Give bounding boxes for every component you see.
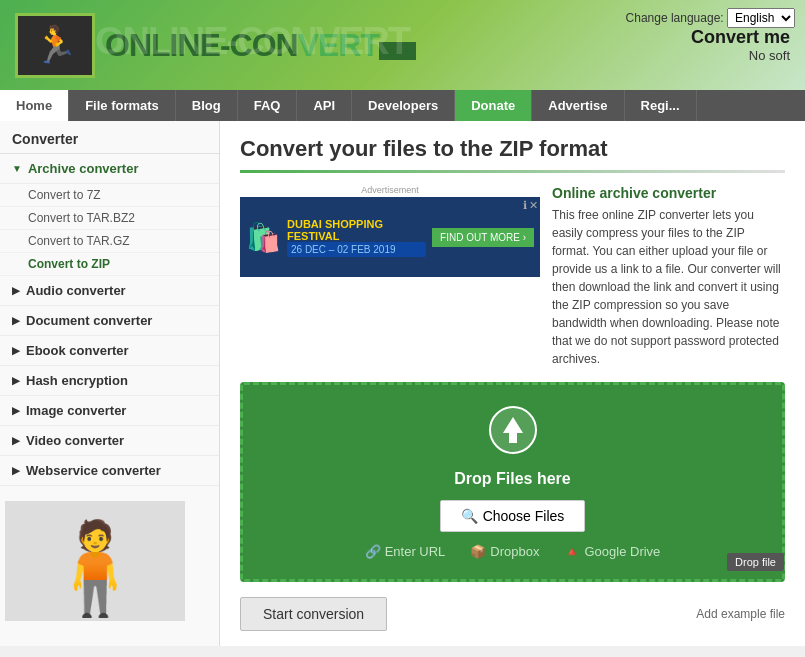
sidebar: Converter ▼ Archive converter Convert to… <box>0 121 220 646</box>
header-nosoft-text: No soft <box>691 48 790 63</box>
nav-donate[interactable]: Donate <box>455 90 532 121</box>
enter-url-link[interactable]: 🔗 Enter URL <box>365 544 446 559</box>
nav-api[interactable]: API <box>297 90 352 121</box>
nav-blog[interactable]: Blog <box>176 90 238 121</box>
choose-files-button[interactable]: 🔍 Choose Files <box>440 500 586 532</box>
bottom-actions: Start conversion Add example file <box>240 597 785 631</box>
sidebar-item-webservice-converter[interactable]: ▶ Webservice converter <box>0 456 219 486</box>
sidebar-image-label: Image converter <box>26 403 126 418</box>
logo-text-area: ONLINE-CONVERT.com <box>105 27 416 64</box>
arrow-right-icon-audio: ▶ <box>12 285 20 296</box>
ad-text-block: DUBAI SHOPPING FESTIVAL 26 DEC – 02 FEB … <box>287 218 426 257</box>
logo-area: 🏃 ONLINE-CONVERT.com <box>15 13 416 78</box>
ad-label: Advertisement <box>240 185 540 195</box>
sidebar-item-document-converter[interactable]: ▶ Document converter <box>0 306 219 336</box>
change-language-label: Change language: <box>626 11 724 25</box>
sidebar-ebook-label: Ebook converter <box>26 343 129 358</box>
nav-developers[interactable]: Developers <box>352 90 455 121</box>
logo-dotcom: .com <box>379 42 416 60</box>
search-icon: 🔍 <box>461 508 478 524</box>
title-underline <box>240 170 785 173</box>
main-layout: Converter ▼ Archive converter Convert to… <box>0 121 805 646</box>
sidebar-sub-tarbz2[interactable]: Convert to TAR.BZ2 <box>0 207 219 230</box>
svg-rect-2 <box>509 433 517 443</box>
upload-icon <box>263 405 762 464</box>
drop-file-tooltip: Drop file <box>727 553 784 571</box>
sidebar-item-video-converter[interactable]: ▶ Video converter <box>0 426 219 456</box>
nav-register[interactable]: Regi... <box>625 90 697 121</box>
sidebar-bottom-image-area: 🧍 <box>0 496 219 626</box>
logo-title: ONLINE-CONVERT.com <box>105 27 416 63</box>
nav-faq[interactable]: FAQ <box>238 90 298 121</box>
logo-text-part1: ONLINE-CON <box>105 27 298 63</box>
arrow-down-icon: ▼ <box>12 163 22 174</box>
logo-box: 🏃 <box>15 13 95 78</box>
ad-close-area: ℹ ✕ <box>523 199 538 212</box>
dropbox-link[interactable]: 📦 Dropbox <box>470 544 539 559</box>
page-title: Convert your files to the ZIP format <box>240 136 785 162</box>
drop-links: 🔗 Enter URL 📦 Dropbox 🔺 Google Drive <box>263 544 762 559</box>
choose-files-label: Choose Files <box>483 508 565 524</box>
sidebar-audio-label: Audio converter <box>26 283 126 298</box>
language-selector-area: Change language: English <box>626 8 795 28</box>
header-right: Convert me No soft <box>691 27 790 63</box>
sidebar-item-ebook-converter[interactable]: ▶ Ebook converter <box>0 336 219 366</box>
ad-banner-inner: 🛍️ DUBAI SHOPPING FESTIVAL 26 DEC – 02 F… <box>246 218 534 257</box>
dropbox-icon: 📦 <box>470 544 486 559</box>
link-icon: 🔗 <box>365 544 381 559</box>
logo-text-part2: VERT <box>298 27 379 63</box>
arrow-right-icon-hash: ▶ <box>12 375 20 386</box>
google-drive-label: Google Drive <box>584 544 660 559</box>
ad-brand-text: DUBAI SHOPPING FESTIVAL <box>287 218 426 242</box>
start-conversion-button[interactable]: Start conversion <box>240 597 387 631</box>
arrow-right-icon-ebook: ▶ <box>12 345 20 356</box>
header-convert-text: Convert me <box>691 27 790 48</box>
archive-desc-text: This free online ZIP converter lets you … <box>552 206 785 368</box>
sidebar-archive-label: Archive converter <box>28 161 139 176</box>
sidebar-promo-image: 🧍 <box>5 501 185 621</box>
archive-desc-title: Online archive converter <box>552 185 785 201</box>
sidebar-document-label: Document converter <box>26 313 152 328</box>
archive-description: Online archive converter This free onlin… <box>552 185 785 368</box>
main-nav: Home File formats Blog FAQ API Developer… <box>0 90 805 121</box>
sidebar-title: Converter <box>0 121 219 154</box>
sidebar-item-archive-converter[interactable]: ▼ Archive converter <box>0 154 219 184</box>
ad-container: Advertisement 🛍️ DUBAI SHOPPING FESTIVAL… <box>240 185 540 368</box>
add-example-link[interactable]: Add example file <box>696 607 785 621</box>
ad-cta-button[interactable]: FIND OUT MORE › <box>432 228 534 247</box>
header: Change language: English ONLINE-CONVERT … <box>0 0 805 90</box>
arrow-right-icon-doc: ▶ <box>12 315 20 326</box>
nav-advertise[interactable]: Advertise <box>532 90 624 121</box>
sidebar-person-icon: 🧍 <box>39 516 151 621</box>
nav-home[interactable]: Home <box>0 90 69 121</box>
sidebar-hash-label: Hash encryption <box>26 373 128 388</box>
ad-info-button[interactable]: ℹ <box>523 199 527 212</box>
sidebar-video-label: Video converter <box>26 433 124 448</box>
arrow-right-icon-web: ▶ <box>12 465 20 476</box>
ad-description-section: Advertisement 🛍️ DUBAI SHOPPING FESTIVAL… <box>240 185 785 368</box>
sidebar-sub-zip[interactable]: Convert to ZIP <box>0 253 219 276</box>
ad-date-text: 26 DEC – 02 FEB 2019 <box>287 242 426 257</box>
google-drive-link[interactable]: 🔺 Google Drive <box>564 544 660 559</box>
sidebar-sub-7z[interactable]: Convert to 7Z <box>0 184 219 207</box>
sidebar-sub-targz[interactable]: Convert to TAR.GZ <box>0 230 219 253</box>
ad-banner[interactable]: 🛍️ DUBAI SHOPPING FESTIVAL 26 DEC – 02 F… <box>240 197 540 277</box>
dropbox-label: Dropbox <box>490 544 539 559</box>
sidebar-item-image-converter[interactable]: ▶ Image converter <box>0 396 219 426</box>
drop-text: Drop Files here <box>263 470 762 488</box>
sidebar-webservice-label: Webservice converter <box>26 463 161 478</box>
language-select[interactable]: English <box>727 8 795 28</box>
sidebar-item-hash-encryption[interactable]: ▶ Hash encryption <box>0 366 219 396</box>
drop-zone[interactable]: Drop Files here 🔍 Choose Files 🔗 Enter U… <box>240 382 785 582</box>
nav-file-formats[interactable]: File formats <box>69 90 176 121</box>
arrow-right-icon-video: ▶ <box>12 435 20 446</box>
main-content: Convert your files to the ZIP format Adv… <box>220 121 805 646</box>
drive-icon: 🔺 <box>564 544 580 559</box>
logo-figure-icon: 🏃 <box>33 27 78 63</box>
enter-url-label: Enter URL <box>385 544 446 559</box>
ad-close-button[interactable]: ✕ <box>529 199 538 212</box>
ad-bag-icon: 🛍️ <box>246 221 281 254</box>
arrow-right-icon-image: ▶ <box>12 405 20 416</box>
sidebar-item-audio-converter[interactable]: ▶ Audio converter <box>0 276 219 306</box>
